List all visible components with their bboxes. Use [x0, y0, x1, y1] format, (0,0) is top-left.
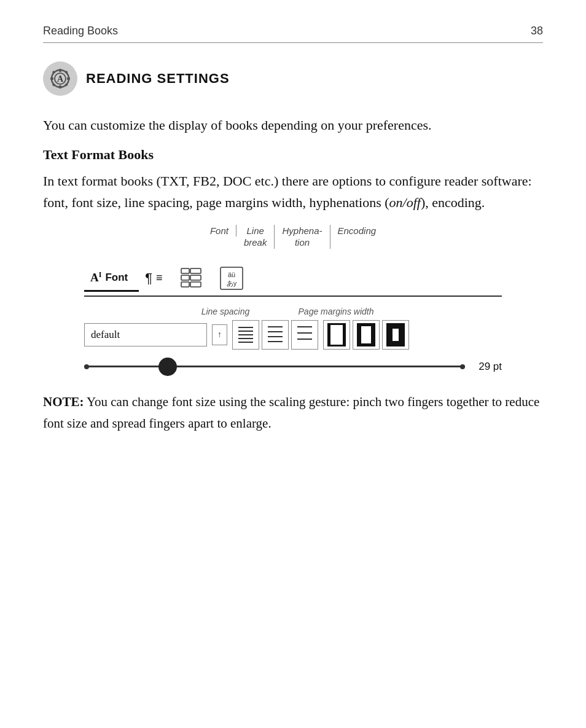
svg-rect-20	[238, 327, 253, 328]
spacing-wide-icon	[296, 325, 313, 345]
reading-settings-icon: A	[43, 61, 77, 96]
svg-rect-11	[181, 268, 189, 273]
slider-row: 29 pt	[84, 361, 502, 373]
svg-text:あy: あy	[226, 280, 236, 287]
line-spacing-label: Line spacing	[176, 307, 275, 316]
encoding-tab-icon: äü あy	[219, 266, 244, 291]
svg-rect-12	[190, 268, 201, 273]
spacing-wide-button[interactable]	[291, 320, 318, 350]
svg-rect-31	[297, 339, 312, 340]
tab-encoding[interactable]: äü あy	[213, 261, 255, 296]
line-spacing-icons	[232, 320, 318, 350]
subheading-text: Text Format Books	[43, 147, 543, 163]
slider-value-label: 29 pt	[471, 361, 502, 373]
tab-diagram: Font Linebreak Hyphena-tion Encoding	[176, 225, 410, 249]
svg-rect-14	[190, 275, 201, 280]
svg-rect-27	[268, 336, 283, 337]
page-margins-label: Page margins width	[275, 307, 397, 316]
gear-a-icon: A	[49, 68, 71, 90]
svg-rect-21	[238, 331, 253, 332]
body-paragraph: In text format books (TXT, FB2, DOC etc.…	[43, 170, 543, 213]
svg-rect-22	[238, 334, 253, 335]
svg-rect-3	[59, 85, 61, 88]
svg-rect-16	[190, 282, 201, 287]
paragraph-tab-lines: ≡	[156, 272, 163, 284]
header-title: Reading Books	[43, 25, 118, 37]
spacing-medium-button[interactable]	[262, 320, 289, 350]
tab-label-linebreak: Linebreak	[236, 225, 275, 249]
header-page-number: 38	[531, 25, 543, 37]
tab-label-hyphenation: Hyphena-tion	[275, 225, 330, 249]
spacing-narrow-button[interactable]	[232, 320, 259, 350]
svg-rect-25	[268, 326, 283, 327]
controls-row: default ↑	[84, 320, 502, 350]
font-tab-icon: AI	[90, 270, 101, 284]
svg-rect-4	[50, 77, 53, 80]
intro-paragraph: You can customize the display of books d…	[43, 114, 543, 136]
svg-rect-28	[268, 341, 283, 342]
font-tab-label: Font	[105, 272, 128, 284]
svg-rect-23	[238, 338, 253, 339]
slider-max-dot	[460, 364, 465, 369]
tab-grid[interactable]	[174, 262, 213, 294]
note-text: You can change font size using the scali…	[43, 394, 539, 431]
slider-min-dot	[84, 364, 89, 369]
tab-paragraph[interactable]: ¶ ≡	[139, 265, 173, 291]
font-dropdown[interactable]: default	[84, 323, 207, 346]
svg-rect-2	[59, 69, 61, 72]
svg-rect-29	[297, 326, 312, 327]
svg-rect-30	[297, 332, 312, 334]
margin-wide-button[interactable]	[323, 320, 350, 350]
spacing-medium-icon	[267, 325, 284, 345]
controls-area: Line spacing Page margins width default …	[84, 297, 502, 373]
labels-row: Line spacing Page margins width	[176, 307, 502, 316]
grid-tab-icon	[180, 267, 202, 289]
font-dropdown-value: default	[91, 329, 120, 341]
svg-rect-13	[181, 275, 189, 280]
tab-label-encoding: Encoding	[330, 225, 384, 237]
page-margin-icons	[323, 320, 409, 350]
svg-rect-24	[238, 342, 253, 343]
margin-narrow-button[interactable]	[382, 320, 409, 350]
ui-mockup: AI Font ¶ ≡ äü	[84, 261, 502, 373]
paragraph-tab-icon: ¶	[145, 270, 152, 286]
section-heading-block: A READING SETTINGS	[43, 61, 543, 96]
margin-medium-button[interactable]	[353, 320, 380, 350]
slider-handle[interactable]	[158, 358, 177, 376]
page: Reading Books 38 A READING	[0, 0, 586, 728]
page-header: Reading Books 38	[43, 25, 543, 43]
svg-rect-26	[268, 331, 283, 332]
note-label: NOTE:	[43, 394, 84, 409]
note-box: NOTE: You can change font size using the…	[43, 391, 543, 435]
spacing-narrow-icon	[237, 325, 254, 345]
tabs-row: AI Font ¶ ≡ äü	[84, 261, 502, 297]
svg-rect-15	[181, 282, 189, 287]
section-title: READING SETTINGS	[86, 71, 230, 87]
tab-label-font: Font	[203, 225, 236, 237]
font-dropdown-arrow[interactable]: ↑	[212, 324, 227, 345]
tab-font[interactable]: AI Font	[84, 265, 139, 291]
svg-text:A: A	[57, 74, 64, 84]
svg-rect-5	[67, 77, 70, 80]
font-size-slider[interactable]	[84, 366, 465, 367]
svg-text:äü: äü	[227, 271, 235, 278]
